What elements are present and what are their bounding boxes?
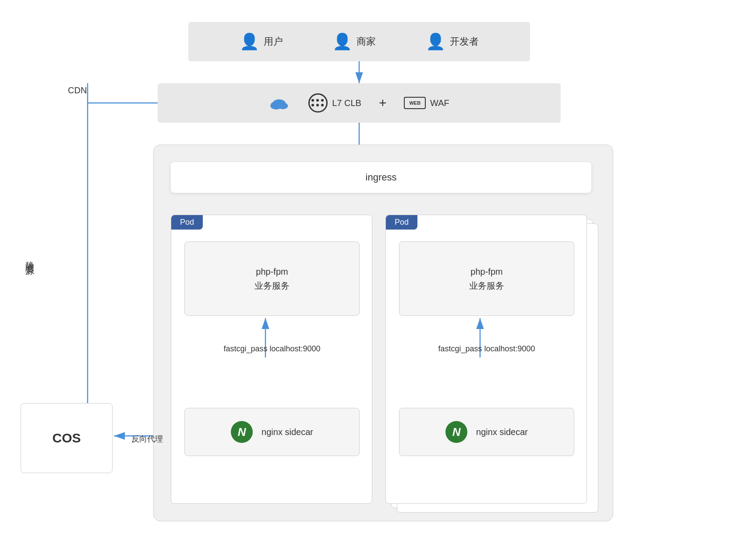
diagram: 👤 用户 👤 商家 👤 开发者 L7 (0, 0, 756, 559)
merchant-label: 商家 (357, 35, 376, 48)
waf-top-label: WEB (409, 100, 420, 106)
pod-left-phpfpm: php-fpm 业务服务 (184, 241, 360, 316)
pod-left-tab: Pod (171, 215, 203, 230)
nginx-right-logo: N (445, 421, 467, 443)
pod-right: Pod php-fpm 业务服务 fastcgi_pass localhost:… (385, 215, 587, 504)
pod-right-nginx: N nginx sidecar (399, 408, 574, 456)
cos-box: COS (21, 403, 113, 473)
pod-left-phpfpm-line1: php-fpm (256, 265, 288, 279)
pod-right-phpfpm: php-fpm 业务服务 (399, 241, 574, 316)
user-item-developer: 👤 开发者 (426, 32, 479, 51)
pod-left-nginx-label: nginx sidecar (261, 427, 313, 437)
pod-right-tab: Pod (386, 215, 417, 230)
svg-point-19 (271, 102, 278, 108)
users-bar: 👤 用户 👤 商家 👤 开发者 (188, 22, 530, 61)
nginx-left-logo: N (231, 421, 253, 443)
reverse-proxy-label: 反向代理 (131, 434, 163, 444)
ingress-label: ingress (366, 172, 397, 183)
pod-left: Pod php-fpm 业务服务 fastcgi_pass localhost:… (171, 215, 372, 504)
clb-circle-icon (308, 93, 328, 113)
pod-right-fastcgi: fastcgi_pass localhost:9000 (399, 344, 574, 354)
plus-icon: + (379, 96, 387, 110)
user-icon: 👤 (240, 32, 259, 51)
user-item-merchant: 👤 商家 (332, 32, 376, 51)
pod-right-phpfpm-line2: 业务服务 (469, 279, 504, 293)
waf-item: WEB WAF (404, 97, 449, 109)
cloud-icon (269, 95, 291, 111)
merchant-icon: 👤 (332, 32, 352, 51)
l7-clb-label: L7 CLB (332, 98, 361, 108)
cdn-label: CDN (68, 85, 87, 96)
waf-label: WAF (430, 98, 449, 108)
pod-left-phpfpm-line2: 业务服务 (254, 279, 290, 293)
cos-label: COS (52, 431, 81, 446)
ingress-bar: ingress (171, 162, 591, 193)
pod-left-fastcgi: fastcgi_pass localhost:9000 (184, 344, 360, 354)
static-label: 静态资源 (24, 254, 36, 261)
developer-icon: 👤 (426, 32, 445, 51)
user-label: 用户 (264, 35, 283, 48)
pod-left-nginx: N nginx sidecar (184, 408, 360, 456)
clb-bar: L7 CLB + WEB WAF (158, 83, 561, 123)
waf-box: WEB (404, 97, 426, 109)
pod-right-phpfpm-line1: php-fpm (470, 265, 502, 279)
pod-right-nginx-label: nginx sidecar (476, 427, 528, 437)
l7-clb-item: L7 CLB (308, 93, 361, 113)
developer-label: 开发者 (450, 35, 479, 48)
user-item-user: 👤 用户 (240, 32, 283, 51)
